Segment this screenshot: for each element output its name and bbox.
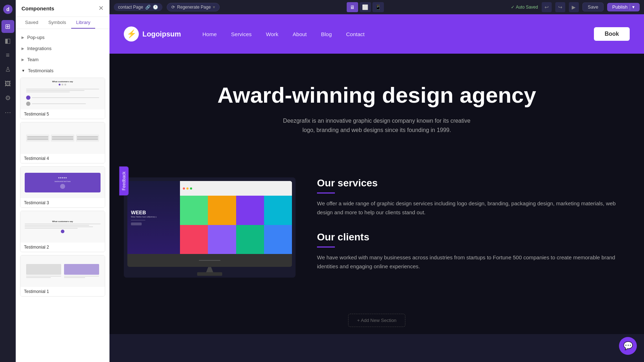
card-label-t5: Testimonial 5 — [20, 109, 105, 119]
services-title: Our services — [317, 177, 630, 189]
nav-contact[interactable]: Contact — [339, 28, 372, 40]
publish-button-group: Publish ▾ — [607, 3, 640, 11]
color-block-8 — [264, 225, 292, 254]
card-preview-t1 — [20, 255, 105, 287]
auto-saved-indicator: ✓ Auto Saved — [511, 5, 538, 10]
publish-divider — [630, 4, 630, 10]
components-panel: Components ✕ Saved Symbols Library ▶ Pop… — [16, 0, 109, 362]
component-card-testimonial4[interactable]: Testimonial 4 — [20, 122, 105, 163]
nav-home[interactable]: Home — [195, 28, 224, 40]
section-testimonials-label: Testimonials — [28, 68, 54, 73]
card-label-t2: Testimonial 2 — [20, 243, 105, 252]
pages-icon[interactable]: ◧ — [1, 34, 14, 47]
more-icon[interactable]: ⋯ — [1, 106, 14, 119]
device-icons-group: 🖥 ⬜ 📱 — [347, 2, 384, 12]
clients-text: We have worked with many businesses acro… — [317, 253, 630, 271]
settings-icon[interactable]: ⚙ — [1, 92, 14, 104]
monitor-image: WEEB Weez Telefos hace solfpomary y — [124, 177, 296, 278]
panel-close-button[interactable]: ✕ — [98, 5, 104, 11]
components-icon[interactable]: ⊞ — [1, 20, 14, 33]
top-bar: contact Page 🔗 🕐 ⟳ Regenerate Page ▾ 🖥 ⬜… — [109, 0, 644, 14]
color-block-7 — [236, 225, 264, 254]
section-team[interactable]: ▶ Team — [16, 54, 109, 65]
main-area: contact Page 🔗 🕐 ⟳ Regenerate Page ▾ 🖥 ⬜… — [109, 0, 644, 362]
page-name-pill: contact Page 🔗 🕐 — [114, 3, 162, 11]
link-icon: 🔗 — [145, 5, 151, 10]
arrow-icon: ▶ — [21, 58, 24, 62]
services-text: We offer a wide range of graphic design … — [317, 199, 630, 217]
services-underline — [317, 192, 335, 194]
auto-saved-text: Auto Saved — [516, 5, 538, 10]
nav-work[interactable]: Work — [259, 28, 286, 40]
arrow-open-icon: ▼ — [21, 69, 25, 73]
nav-services[interactable]: Services — [224, 28, 259, 40]
arrow-icon: ▶ — [21, 47, 24, 50]
panel-title: Components — [21, 5, 54, 11]
services-block: Our services We offer a wide range of gr… — [317, 177, 630, 217]
play-button[interactable]: ▶ — [569, 2, 579, 12]
card-label-t3: Testimonial 3 — [20, 198, 105, 207]
component-card-testimonial1[interactable]: Testimonial 1 — [20, 255, 105, 297]
tablet-icon[interactable]: ⬜ — [360, 2, 371, 12]
device-switcher: 🖥 ⬜ 📱 — [224, 2, 507, 12]
site-logo: ⚡ Logoipsum — [124, 26, 181, 41]
regenerate-icon: ⟳ — [171, 5, 175, 10]
svg-text:d: d — [6, 6, 9, 12]
panel-content: ▶ Pop-ups ▶ Integrations ▶ Team ▼ Testim… — [16, 29, 109, 362]
save-button[interactable]: Save — [582, 3, 604, 11]
publish-label[interactable]: Publish — [612, 4, 628, 10]
color-block-1 — [180, 196, 208, 225]
tab-symbols[interactable]: Symbols — [43, 17, 71, 29]
monitor-brand-text: WEEB — [131, 210, 176, 215]
tab-saved[interactable]: Saved — [20, 17, 43, 29]
card-preview-t3: ★★★★★ testimonial text here — [20, 167, 105, 198]
card-label-t4: Testimonial 4 — [20, 154, 105, 163]
add-section-button[interactable]: + Add New Section — [348, 314, 405, 327]
nav-about[interactable]: About — [286, 28, 314, 40]
section-team-label: Team — [27, 57, 39, 62]
top-bar-right: ✓ Auto Saved ↩ ↪ ▶ Save Publish ▾ — [511, 2, 640, 12]
book-button[interactable]: Book — [594, 27, 630, 41]
history-icon[interactable]: 🕐 — [153, 5, 158, 10]
component-card-testimonial5[interactable]: What customers say — [20, 78, 105, 119]
section-integrations-label: Integrations — [27, 46, 52, 51]
color-block-5 — [180, 225, 208, 254]
card-preview-t5: What customers say — [20, 78, 105, 109]
assets-icon[interactable]: ♙ — [1, 63, 14, 76]
left-toolbar: d ⊞ ◧ ≡ ♙ 🖼 ⚙ ⋯ — [0, 0, 16, 362]
clients-title: Our clients — [317, 231, 630, 243]
arrow-icon: ▶ — [21, 35, 24, 39]
feedback-tab[interactable]: Feedback — [119, 167, 128, 196]
images-icon[interactable]: 🖼 — [1, 77, 14, 90]
component-card-testimonial3[interactable]: ★★★★★ testimonial text here Testimonial … — [20, 166, 105, 208]
publish-arrow-icon[interactable]: ▾ — [632, 4, 635, 10]
content-section: WEEB Weez Telefos hace solfpomary y — [109, 177, 644, 307]
section-integrations[interactable]: ▶ Integrations — [16, 43, 109, 54]
color-block-4 — [264, 196, 292, 225]
tab-library[interactable]: Library — [71, 17, 96, 29]
panel-header: Components ✕ — [16, 0, 109, 17]
desktop-icon[interactable]: 🖥 — [347, 2, 358, 12]
redo-button[interactable]: ↪ — [555, 2, 565, 12]
mobile-icon[interactable]: 📱 — [372, 2, 384, 12]
component-card-testimonial2[interactable]: What customers say Testimonial 2 — [20, 211, 105, 252]
color-block-3 — [236, 196, 264, 225]
site-nav: Home Services Work About Blog Contact — [195, 28, 594, 40]
undo-button[interactable]: ↩ — [542, 2, 552, 12]
color-block-6 — [208, 225, 236, 254]
section-testimonials[interactable]: ▼ Testimonials — [16, 65, 109, 76]
section-popups-label: Pop-ups — [27, 35, 44, 40]
logo-icon: ⚡ — [124, 26, 139, 41]
nav-blog[interactable]: Blog — [314, 28, 339, 40]
canvas-area: ⚡ Logoipsum Home Services Work About Blo… — [109, 14, 644, 362]
card-preview-t2: What customers say — [20, 211, 105, 243]
card-preview-t4 — [20, 122, 105, 154]
hero-subtitle: Deezgrafix is an innovative graphic desi… — [277, 116, 477, 134]
logo-text: Logoipsum — [142, 30, 181, 38]
regenerate-button[interactable]: ⟳ Regenerate Page ▾ — [167, 3, 220, 11]
monitor-sub-text: Weez Telefos hace solfpomary y — [131, 216, 176, 218]
page-canvas: ⚡ Logoipsum Home Services Work About Blo… — [109, 14, 644, 362]
chat-button[interactable]: 💬 — [619, 337, 637, 355]
layers-icon[interactable]: ≡ — [1, 49, 14, 62]
section-popups[interactable]: ▶ Pop-ups — [16, 32, 109, 43]
